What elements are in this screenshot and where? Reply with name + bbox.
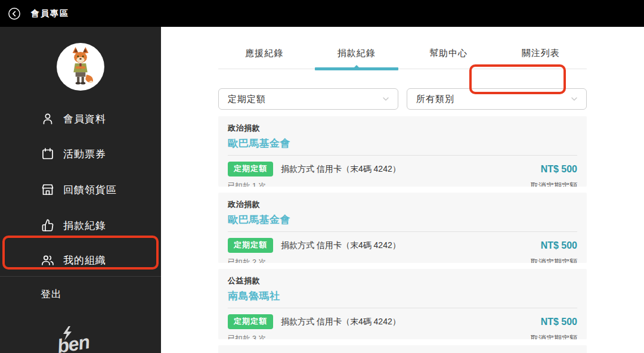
organization-link[interactable]: 南島魯瑪社	[228, 289, 577, 303]
chevron-down-icon	[569, 94, 579, 104]
tab-support-history[interactable]: 應援紀錄	[218, 42, 311, 69]
organization-link[interactable]: 歐巴馬基金會	[228, 213, 577, 227]
sidebar-item-event-tickets[interactable]: 活動票券	[41, 146, 106, 162]
sidebar-item-label: 我的組織	[63, 253, 106, 267]
sidebar-item-label: 活動票券	[63, 147, 106, 161]
avatar[interactable]	[57, 43, 104, 91]
card-divider	[228, 308, 577, 308]
logout-button[interactable]: 登出	[41, 287, 62, 301]
recurring-badge: 定期定額	[228, 238, 273, 253]
payment-method: 捐款方式 信用卡（末4碼 4242）	[281, 317, 401, 327]
main-content: 應援紀錄 捐款紀錄 幫助中心 關注列表 定期定額	[161, 27, 644, 353]
charge-count: 已扣款 1 次	[228, 181, 266, 187]
payment-method: 捐款方式 信用卡（末4碼 4242）	[281, 164, 401, 175]
sidebar-divider	[0, 276, 161, 277]
donation-card: 政治捐款 歐巴馬基金會 定期定額 捐款方式 信用卡（末4碼 4242） NT$ …	[218, 193, 587, 263]
calendar-icon	[41, 147, 55, 161]
charge-count: 已扣款 2 次	[228, 258, 266, 264]
sidebar-item-rewards-pickup[interactable]: 回饋領貨區	[41, 182, 117, 197]
member-area-page: 會員專區	[0, 0, 644, 353]
donation-amount: NT$ 500	[541, 240, 577, 251]
tab-watch-list[interactable]: 關注列表	[495, 42, 587, 69]
cancel-recurring-link[interactable]: 取消定期定額	[531, 181, 577, 187]
brand-logo-text: ben	[55, 331, 91, 353]
card-divider	[228, 155, 577, 156]
tab-bar: 應援紀錄 捐款紀錄 幫助中心 關注列表	[218, 42, 587, 69]
tab-help-center[interactable]: 幫助中心	[402, 42, 495, 69]
donation-category: 政治捐款	[228, 199, 577, 210]
charge-count: 已扣款 3 次	[228, 334, 266, 340]
cancel-recurring-link[interactable]: 取消定期定額	[531, 257, 577, 263]
storefront-icon	[41, 182, 55, 197]
sidebar: 會員資料 活動票券 回饋領貨區	[0, 27, 161, 353]
page-title: 會員專區	[31, 8, 69, 19]
chevron-down-icon	[381, 94, 391, 104]
donation-card: 政治捐款	[218, 345, 587, 353]
donation-card: 公益捐款 南島魯瑪社 定期定額 捐款方式 信用卡（末4碼 4242） NT$ 5…	[218, 269, 587, 339]
donation-list: 政治捐款 歐巴馬基金會 定期定額 捐款方式 信用卡（末4碼 4242） NT$ …	[218, 116, 587, 353]
people-icon	[41, 253, 55, 267]
sidebar-item-my-organizations[interactable]: 我的組織	[41, 252, 106, 268]
recurring-badge: 定期定額	[228, 314, 273, 329]
topbar: 會員專區	[0, 0, 644, 27]
active-tab-arrow	[354, 65, 360, 68]
category-select-value: 所有類別	[416, 94, 454, 105]
recurring-badge: 定期定額	[228, 162, 273, 176]
sidebar-item-label: 回饋領貨區	[63, 183, 117, 197]
sidebar-item-donation-history[interactable]: 捐款紀錄	[41, 218, 106, 233]
frequency-select-value: 定期定額	[228, 94, 266, 105]
card-divider	[228, 231, 577, 232]
person-icon	[41, 112, 55, 126]
thumbs-up-icon	[41, 218, 55, 233]
donation-category: 公益捐款	[228, 275, 577, 286]
donation-amount: NT$ 500	[541, 317, 577, 327]
sidebar-item-label: 會員資料	[63, 112, 106, 126]
payment-method: 捐款方式 信用卡（末4碼 4242）	[281, 240, 401, 251]
sidebar-item-label: 捐款紀錄	[63, 219, 106, 233]
category-select[interactable]: 所有類別	[407, 88, 587, 110]
frequency-select[interactable]: 定期定額	[218, 88, 398, 110]
sidebar-item-member-profile[interactable]: 會員資料	[41, 111, 106, 126]
tab-label: 捐款紀錄	[338, 48, 376, 58]
organization-link[interactable]: 歐巴馬基金會	[228, 137, 577, 150]
active-tab-indicator	[315, 67, 399, 70]
donation-amount: NT$ 500	[541, 164, 577, 175]
donation-category: 政治捐款	[228, 123, 577, 134]
filter-row: 定期定額 所有類別	[218, 88, 587, 110]
fox-avatar-image	[66, 46, 95, 88]
back-button[interactable]	[8, 7, 21, 20]
donation-card: 政治捐款 歐巴馬基金會 定期定額 捐款方式 信用卡（末4碼 4242） NT$ …	[218, 116, 587, 187]
cancel-recurring-link[interactable]: 取消定期定額	[531, 333, 577, 339]
chevron-left-icon	[8, 7, 21, 20]
tab-donation-history[interactable]: 捐款紀錄	[311, 42, 403, 69]
